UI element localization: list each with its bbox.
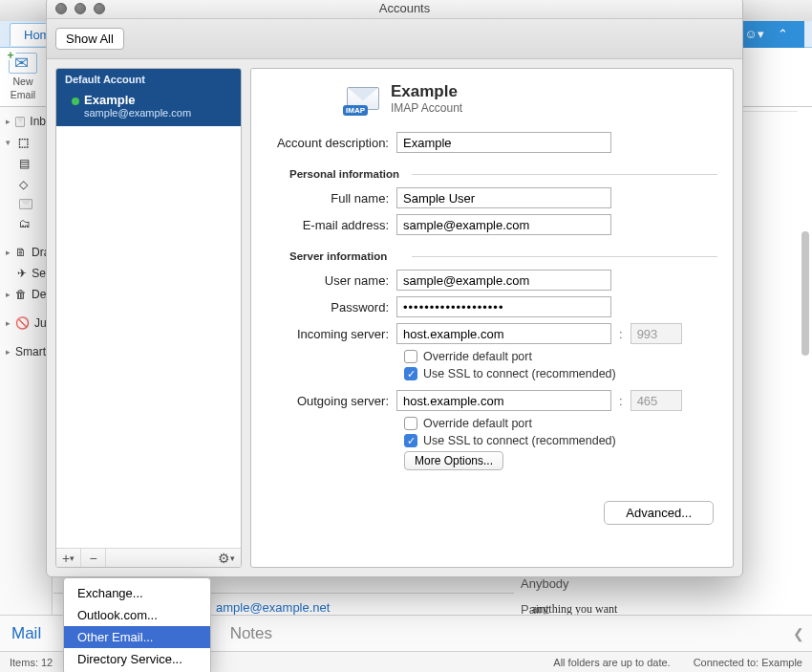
chevron-down-icon: ▾ <box>6 138 13 147</box>
status-dot-online-icon <box>72 98 79 105</box>
status-connection: Connected to: Example <box>694 657 802 668</box>
outgoing-ssl-checkbox[interactable]: ✓ <box>404 434 417 447</box>
new-email-label-1: New <box>9 76 37 88</box>
label-fullname: Full name: <box>270 191 396 206</box>
sidebar-item-label: Inb <box>30 115 46 128</box>
sidebar-drafts[interactable]: ▸🗎Dra <box>0 242 52 263</box>
menu-item-directory[interactable]: Directory Service... <box>64 648 210 670</box>
smiley-icon[interactable]: ☺▾ <box>744 27 763 41</box>
new-email-label-2: Email <box>9 89 37 101</box>
sidebar-sub2[interactable]: ◇ <box>0 174 52 195</box>
add-account-menu[interactable]: Exchange... Outlook.com... Other Email..… <box>63 577 211 672</box>
label-description: Account description: <box>270 136 396 150</box>
outgoing-port-field <box>630 390 682 411</box>
sidebar-sub4[interactable]: 🗂 <box>0 213 52 234</box>
accounts-titlebar: Accounts <box>47 0 742 19</box>
chevron-right-icon: ▸ <box>6 318 11 328</box>
chevron-right-icon: ▸ <box>6 248 11 257</box>
accounts-toolbar: Show All <box>47 19 742 59</box>
chevron-right-icon: ▸ <box>6 117 11 126</box>
incoming-ssl-row[interactable]: ✓ Use SSL to connect (recommended) <box>404 367 714 380</box>
accounts-title: Accounts <box>67 1 742 15</box>
more-options-button[interactable]: More Options... <box>404 451 503 470</box>
sidebar-smart[interactable]: ▸Smart <box>0 341 52 362</box>
new-email-button[interactable]: New Email <box>9 53 37 100</box>
account-email: sample@example.com <box>84 107 232 119</box>
label-password: Password: <box>270 300 396 314</box>
label-outgoing: Outgoing server: <box>270 394 396 408</box>
vertical-scrollbar[interactable] <box>801 231 809 645</box>
account-list-panel: Default Account Example sample@example.c… <box>55 68 242 568</box>
menu-item-outlook[interactable]: Outlook.com... <box>64 604 210 626</box>
incoming-override-label: Override default port <box>423 350 532 363</box>
incoming-ssl-label: Use SSL to connect (recommended) <box>423 367 616 380</box>
incoming-ssl-checkbox[interactable]: ✓ <box>404 367 417 380</box>
sidebar-junk[interactable]: ▸🚫Ju <box>0 313 52 334</box>
show-all-button[interactable]: Show All <box>55 28 124 50</box>
outgoing-server-field[interactable] <box>396 390 611 411</box>
sidebar-item-label: Se <box>32 267 46 280</box>
incoming-server-field[interactable] <box>396 323 611 344</box>
sidebar-sub1[interactable]: ▤ <box>0 153 52 174</box>
outgoing-override-checkbox[interactable] <box>404 417 417 430</box>
email-field[interactable] <box>396 214 611 235</box>
accounts-window: Accounts Show All Default Account Exampl… <box>46 0 743 577</box>
chevron-right-icon: ▸ <box>6 290 11 299</box>
imap-badge: IMAP <box>343 105 368 116</box>
port-separator: : <box>611 394 630 408</box>
nav-mail[interactable]: Mail <box>11 624 41 643</box>
chevron-right-icon: ▸ <box>6 347 11 357</box>
label-incoming: Incoming server: <box>270 327 396 341</box>
username-field[interactable] <box>396 270 611 291</box>
outgoing-override-row[interactable]: Override default port <box>404 417 714 430</box>
fullname-field[interactable] <box>396 187 611 208</box>
outgoing-ssl-label: Use SSL to connect (recommended) <box>423 434 616 447</box>
label-email: E-mail address: <box>270 218 396 232</box>
menu-item-other-email[interactable]: Other Email... <box>64 626 210 648</box>
advanced-button[interactable]: Advanced... <box>604 501 714 525</box>
description-field[interactable] <box>396 132 611 153</box>
section-personal: Personal information <box>289 168 714 180</box>
account-detail-panel: IMAP Example IMAP Account Account descri… <box>250 68 734 568</box>
account-list-item[interactable]: Example sample@example.com <box>56 90 241 126</box>
account-name: Example <box>84 93 135 107</box>
section-server: Server information <box>289 250 714 262</box>
account-settings-button[interactable]: ⚙▾ <box>212 551 241 566</box>
account-title: Example <box>391 82 462 101</box>
scrollbar-thumb[interactable] <box>801 231 809 356</box>
close-window-icon[interactable] <box>55 3 67 14</box>
incoming-override-row[interactable]: Override default port <box>404 350 714 363</box>
incoming-override-checkbox[interactable] <box>404 350 417 363</box>
remove-account-button[interactable]: − <box>81 549 106 567</box>
port-separator: : <box>611 327 630 341</box>
account-header: IMAP Example IMAP Account <box>347 82 714 115</box>
sidebar-inbox[interactable]: ▸Inb <box>0 111 52 132</box>
account-subtitle: IMAP Account <box>391 101 462 115</box>
status-items: Items: 12 <box>10 657 53 668</box>
envelope-icon <box>19 199 32 209</box>
scroll-right-icon[interactable]: ❮ <box>793 626 804 641</box>
nav-notes[interactable]: Notes <box>230 624 272 643</box>
outgoing-override-label: Override default port <box>423 417 532 430</box>
sidebar-account-header[interactable]: ▾⬚ <box>0 132 52 153</box>
sidebar-item-label: Ju <box>34 316 47 330</box>
status-sync: All folders are up to date. <box>553 657 670 668</box>
sidebar-sent[interactable]: ✈Se <box>0 263 52 284</box>
add-account-button[interactable]: +▾ <box>56 549 81 567</box>
password-field[interactable] <box>396 296 611 317</box>
menu-item-exchange[interactable]: Exchange... <box>64 582 210 604</box>
outgoing-ssl-row[interactable]: ✓ Use SSL to connect (recommended) <box>404 434 714 447</box>
collapse-ribbon-icon[interactable]: ⌃ <box>778 27 788 41</box>
sidebar-deleted[interactable]: ▸🗑Del <box>0 284 52 305</box>
account-list-tools: +▾ − ⚙▾ <box>56 548 241 567</box>
account-list-header: Default Account <box>56 69 241 90</box>
sidebar-sub3[interactable] <box>0 195 52 213</box>
sidebar-item-label: Smart <box>15 345 46 358</box>
folder-sidebar[interactable]: ▸Inb ▾⬚ ▤ ◇ 🗂 ▸🗎Dra ✈Se ▸🗑Del ▸🚫Ju ▸Smar… <box>0 107 53 651</box>
label-username: User name: <box>270 273 396 288</box>
envelope-icon <box>15 117 25 127</box>
incoming-port-field <box>630 323 682 344</box>
account-list-empty <box>56 126 241 548</box>
envelope-plus-icon <box>9 53 37 74</box>
from-address: ample@example.net <box>216 600 330 615</box>
